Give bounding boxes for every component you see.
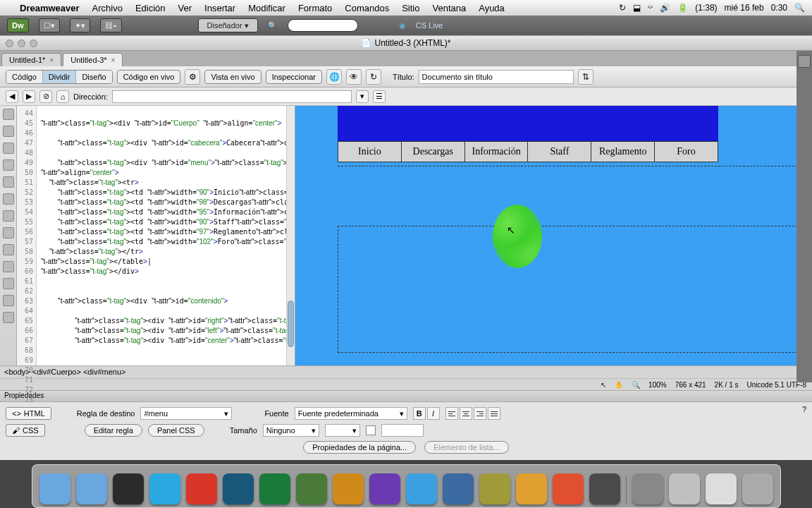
- volume-icon[interactable]: 🔊: [660, 3, 670, 13]
- search-input[interactable]: [288, 19, 358, 32]
- dock-app-19[interactable]: [742, 473, 773, 504]
- title-input[interactable]: [419, 70, 574, 84]
- dock-app-13[interactable]: [516, 473, 547, 504]
- page-properties-button[interactable]: Propiedades de la página...: [303, 441, 416, 454]
- wifi-icon[interactable]: ⌔: [648, 3, 653, 13]
- dock-app-2[interactable]: [113, 473, 144, 504]
- menu-sitio[interactable]: Sitio: [402, 3, 419, 13]
- color-input[interactable]: [381, 424, 424, 437]
- right-panel-strip[interactable]: [796, 51, 812, 382]
- design-preview[interactable]: Inicio Descargas Información Staff Regla…: [295, 106, 812, 365]
- size-unit[interactable]: ▾: [325, 424, 360, 437]
- app-name[interactable]: Dreamweaver: [20, 3, 80, 13]
- dock-app-11[interactable]: [443, 473, 474, 504]
- menubar-clock[interactable]: 0:30: [771, 3, 787, 13]
- edit-rule-button[interactable]: Editar regla: [85, 424, 142, 437]
- site-menu[interactable]: ⛓▾: [100, 18, 122, 32]
- close-icon[interactable]: ×: [49, 56, 54, 64]
- dock-app-3[interactable]: [149, 473, 180, 504]
- tab-untitled-1[interactable]: Untitled-1* ×: [1, 53, 61, 66]
- bold-button[interactable]: B: [413, 407, 426, 420]
- tool-icon[interactable]: [3, 210, 14, 222]
- color-swatch[interactable]: [366, 425, 376, 435]
- menu-modificar[interactable]: Modificar: [248, 3, 285, 13]
- code-view-button[interactable]: Código: [6, 71, 43, 83]
- tool-icon[interactable]: [3, 176, 14, 188]
- menu-ayuda[interactable]: Ayuda: [479, 3, 505, 13]
- code-scrollbar[interactable]: [286, 106, 295, 365]
- menu-archivo[interactable]: Archivo: [92, 3, 123, 13]
- align-center[interactable]: [460, 407, 472, 420]
- help-icon[interactable]: ?: [802, 405, 806, 413]
- address-dropdown[interactable]: ▾: [356, 90, 369, 103]
- nav-reglamento[interactable]: Reglamento: [591, 142, 655, 162]
- dropbox-icon[interactable]: ⬓: [633, 3, 641, 13]
- css-panel-button[interactable]: Panel CSS: [148, 424, 204, 437]
- menubar-date[interactable]: mié 16 feb: [725, 3, 764, 13]
- tool-icon[interactable]: [3, 312, 14, 323]
- close-icon[interactable]: ×: [111, 56, 116, 64]
- tool-icon[interactable]: [3, 143, 14, 154]
- menu-ventana[interactable]: Ventana: [432, 3, 466, 13]
- dock-app-0[interactable]: [39, 473, 70, 504]
- dock-app-10[interactable]: [406, 473, 437, 504]
- zoom-level[interactable]: 100%: [648, 381, 667, 389]
- dock-app-9[interactable]: [369, 473, 400, 504]
- code-body[interactable]: "t-attr">class="t-tag"><div "t-attr">id=…: [37, 106, 295, 365]
- live-view-button[interactable]: Vista en vivo: [204, 70, 261, 84]
- dock-app-14[interactable]: [553, 473, 584, 504]
- tab-untitled-3[interactable]: Untitled-3* ×: [63, 53, 123, 66]
- tool-icon[interactable]: [3, 227, 14, 238]
- split-view-button[interactable]: Dividir: [43, 71, 77, 83]
- dock-app-17[interactable]: [669, 473, 700, 504]
- select-tool-icon[interactable]: ↖: [601, 381, 606, 389]
- refresh-icon[interactable]: 👁: [346, 69, 362, 85]
- tool-icon[interactable]: [3, 159, 14, 171]
- align-left[interactable]: [445, 407, 458, 420]
- battery-icon[interactable]: 🔋: [677, 3, 688, 13]
- dock-app-12[interactable]: [479, 473, 510, 504]
- sync-icon[interactable]: ↻: [619, 3, 626, 13]
- align-right[interactable]: [474, 407, 486, 420]
- menu-ver[interactable]: Ver: [178, 3, 192, 13]
- nav-informacion[interactable]: Información: [465, 142, 529, 162]
- tool-icon[interactable]: [3, 278, 14, 289]
- dock-app-16[interactable]: [632, 473, 663, 504]
- check-icon[interactable]: ⚙: [185, 69, 200, 85]
- font-select[interactable]: Fuente predeterminada▾: [295, 407, 407, 420]
- spotlight-icon[interactable]: 🔍: [794, 3, 805, 13]
- dock-app-4[interactable]: [186, 473, 217, 504]
- workspace-switcher[interactable]: Diseñador ▾: [198, 18, 258, 32]
- nav-forward[interactable]: ▶: [23, 90, 35, 103]
- tool-icon[interactable]: [3, 193, 14, 205]
- design-view-button[interactable]: Diseño: [76, 71, 111, 83]
- layout-menu[interactable]: ☐▾: [39, 18, 60, 32]
- nav-descargas[interactable]: Descargas: [402, 142, 465, 162]
- nav-staff[interactable]: Staff: [528, 142, 591, 162]
- address-input[interactable]: [112, 90, 352, 103]
- cslive-icon[interactable]: ◉: [399, 21, 406, 30]
- tool-icon[interactable]: [3, 261, 14, 272]
- size-select[interactable]: Ninguno▾: [263, 424, 319, 437]
- dock-app-7[interactable]: [296, 473, 327, 504]
- tool-icon[interactable]: [3, 109, 14, 120]
- window-zoom[interactable]: [30, 40, 37, 47]
- cslive-link[interactable]: CS Live: [416, 21, 443, 30]
- preview-cabecera[interactable]: [338, 106, 718, 141]
- menu-insertar[interactable]: Insertar: [204, 3, 235, 13]
- dock-app-8[interactable]: [333, 473, 364, 504]
- viewport-dims[interactable]: 766 x 421: [675, 381, 706, 389]
- preview-menu[interactable]: Inicio Descargas Información Staff Regla…: [338, 141, 718, 162]
- zoom-tool-icon[interactable]: 🔍: [632, 381, 640, 389]
- code-editor[interactable]: 44 45 46 47 48 49 50 51 52 53 54 55 56 5…: [17, 106, 295, 365]
- window-close[interactable]: [6, 40, 13, 47]
- preview-contenido[interactable]: [338, 226, 805, 353]
- italic-button[interactable]: I: [427, 407, 440, 420]
- align-justify[interactable]: [488, 407, 500, 420]
- html-mode-button[interactable]: <> HTML: [6, 407, 51, 420]
- window-min[interactable]: [18, 40, 25, 47]
- tool-icon[interactable]: [3, 244, 14, 255]
- menu-comandos[interactable]: Comandos: [345, 3, 389, 13]
- target-rule-select[interactable]: #menu▾: [140, 407, 232, 420]
- inspect-button[interactable]: Inspeccionar: [266, 70, 322, 84]
